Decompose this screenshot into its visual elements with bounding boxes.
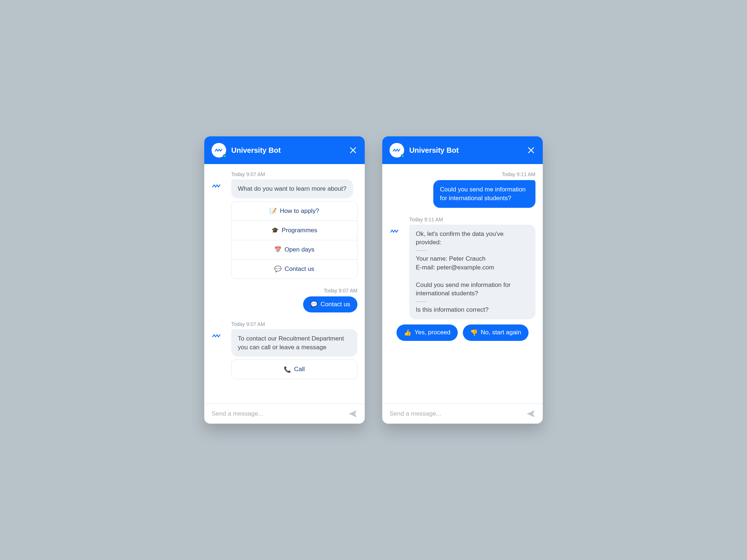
option-contact-us[interactable]: 💬 Contact us [232, 260, 357, 279]
bot-mini-avatar [390, 225, 405, 235]
chat-body: Today 9:11 AM Could you send me informat… [382, 164, 543, 404]
option-label: Programmes [282, 227, 317, 234]
memo-icon: 📝 [270, 207, 277, 214]
chat-window-1: University Bot Today 9:07 AM What do you… [204, 136, 365, 424]
option-label: Call [294, 366, 305, 373]
confirm-email: E-mail: peter@example.com [416, 263, 529, 272]
action-label: Yes, proceed [414, 329, 450, 336]
bot-block-1: Today 9:11 AM Ok, let's confirm the data… [390, 217, 535, 341]
chat-header: University Bot [382, 136, 543, 164]
bot-block-1: Today 9:07 AM What do you want to learn … [212, 171, 357, 279]
graduation-cap-icon: 🎓 [271, 227, 279, 234]
close-button[interactable] [349, 146, 357, 155]
confirm-request: Could you send me information for intern… [416, 281, 529, 298]
close-button[interactable] [527, 146, 535, 155]
confirm-question: Is this information correct? [416, 306, 529, 314]
chat-input-bar [382, 404, 543, 424]
wave-icon [393, 148, 401, 152]
chat-title: University Bot [409, 146, 522, 155]
calendar-icon: 📅 [274, 246, 282, 253]
chat-window-2: University Bot Today 9:11 AM Could you s… [382, 136, 543, 424]
thumbs-down-icon: 👎 [470, 329, 478, 337]
no-start-again-button[interactable]: 👎 No, start again [463, 324, 529, 341]
chat-input-bar [204, 404, 365, 424]
chat-body: Today 9:07 AM What do you want to learn … [204, 164, 365, 404]
user-block-1: Today 9:11 AM Could you send me informat… [390, 171, 535, 208]
status-online-dot [223, 154, 227, 158]
option-label: Contact us [285, 265, 314, 273]
user-reply-label: Contact us [321, 301, 350, 308]
close-icon [528, 147, 534, 153]
action-label: No, start again [481, 329, 521, 336]
bot-message: To contact our Recuitment Department you… [231, 329, 357, 357]
speech-bubble-icon: 💬 [310, 301, 318, 308]
divider [416, 250, 427, 251]
send-button[interactable] [348, 409, 357, 419]
option-open-days[interactable]: 📅 Open days [232, 240, 357, 260]
status-online-dot [401, 154, 405, 158]
quick-reply-card: 📞 Call [231, 359, 357, 379]
option-how-to-apply[interactable]: 📝 How to apply? [232, 202, 357, 221]
chat-header: University Bot [204, 136, 365, 164]
bot-mini-avatar [212, 179, 227, 190]
confirm-name: Your name: Peter Crauch [416, 254, 529, 263]
option-label: How to apply? [280, 207, 319, 215]
message-input[interactable] [390, 410, 522, 417]
close-icon [350, 147, 356, 153]
wave-icon [215, 148, 223, 152]
message-input[interactable] [212, 410, 344, 417]
speech-bubble-icon: 💬 [274, 265, 282, 272]
option-programmes[interactable]: 🎓 Programmes [232, 221, 357, 240]
send-icon [526, 409, 535, 419]
bot-avatar [390, 143, 404, 158]
quick-reply-card: 📝 How to apply? 🎓 Programmes 📅 Open days [231, 201, 357, 279]
bot-message: What do you want to learn more about? [231, 179, 353, 198]
divider [416, 302, 427, 302]
user-reply-contact-us[interactable]: 💬 Contact us [303, 296, 357, 312]
wave-icon [212, 184, 222, 188]
timestamp: Today 9:07 AM [231, 171, 357, 177]
bot-mini-avatar [212, 329, 227, 339]
user-block-1: Today 9:07 AM 💬 Contact us [212, 288, 357, 312]
yes-proceed-button[interactable]: 👍 Yes, proceed [396, 324, 458, 341]
option-label: Open days [285, 246, 314, 253]
phone-icon: 📞 [284, 366, 291, 373]
timestamp: Today 9:11 AM [390, 171, 535, 177]
wave-icon [390, 229, 400, 233]
send-icon [348, 409, 357, 419]
send-button[interactable] [526, 409, 535, 419]
bot-avatar [212, 143, 226, 158]
thumbs-up-icon: 👍 [404, 329, 411, 337]
timestamp: Today 9:11 AM [409, 217, 535, 222]
bot-message-confirmation: Ok, let's confirm the data you've provid… [409, 225, 535, 319]
user-message: Could you send me information for intern… [433, 180, 535, 208]
option-call[interactable]: 📞 Call [232, 360, 357, 379]
wave-icon [212, 334, 222, 338]
chat-title: University Bot [231, 146, 344, 155]
timestamp: Today 9:07 AM [212, 288, 357, 293]
bot-block-2: Today 9:07 AM To contact our Recuitment … [212, 321, 357, 380]
timestamp: Today 9:07 AM [231, 321, 357, 327]
confirm-intro: Ok, let's confirm the data you've provid… [416, 230, 529, 247]
confirm-actions: 👍 Yes, proceed 👎 No, start again [390, 324, 535, 341]
